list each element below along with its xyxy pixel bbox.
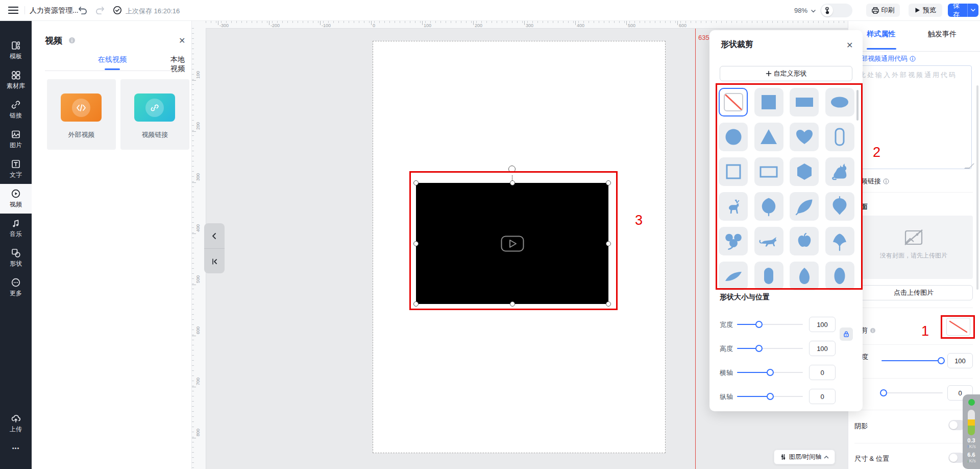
ruler-number: 700 [195,378,201,385]
annotation-box-3 [409,171,618,310]
close-icon[interactable]: ✕ [846,40,853,50]
panel-collapse-controls [204,223,225,273]
zoom-selector[interactable]: 98% [794,7,816,14]
main-sidebar: 模板素材库链接图片文字视频音乐形状更多上传••• [0,20,32,469]
video-link-card[interactable]: 视频链接 [120,79,189,150]
ruler-number: 400 [195,224,201,232]
upload-speed: 0.3 [963,437,980,443]
slider-knob[interactable] [755,321,763,328]
printer-icon [872,7,879,14]
style-properties-panel: 样式属性 触发事件 外部视频通用代码 此处输入外部视频通用代码 视频链接 封面 … [848,20,980,469]
sidebar-item-label: 更多 [10,289,22,298]
slider-value-input[interactable]: 0 [809,389,836,404]
net-speed-widget[interactable]: 0.3 ↑K/s 6.6 ↓K/s [963,394,980,469]
opacity-value[interactable]: 100 [947,353,973,368]
video-panel-title: 视频 [45,35,62,46]
ruler-major-tick [191,285,196,285]
collapse-to-edge-button[interactable] [204,248,225,273]
link-icon [11,100,21,110]
music-icon [11,218,21,228]
upload-cover-button[interactable]: 点击上传图片 [854,285,973,300]
second-slider-track[interactable] [881,392,943,393]
ruler-number: 0 [373,23,375,28]
document-title[interactable]: 人力资源管理... [30,6,70,15]
slider-knob[interactable] [767,369,774,376]
info-icon [870,327,876,334]
sidebar-item-label: 文字 [10,171,22,179]
sidebar-item-text[interactable]: 文字 [0,154,32,184]
slider-value-input[interactable]: 0 [809,365,836,380]
preview-button[interactable]: 预览 [909,4,942,17]
ruler-number: -200 [271,23,280,28]
external-video-card[interactable]: 外部视频 [47,79,116,150]
ruler-number: 200 [195,122,201,130]
opacity-slider-fill [881,360,943,361]
upload-unit: ↑K/s [963,444,980,449]
sidebar-item-label: 视频 [10,200,22,209]
sidebar-item-assets[interactable]: 素材库 [0,65,32,95]
custom-shape-button[interactable]: 自定义形状 [720,66,852,81]
active-tab-underline [105,68,120,70]
divider [854,344,973,345]
sidebar-item-upload[interactable]: 上传 [0,409,32,438]
annotation-label-2: 2 [873,145,880,160]
card-label: 外部视频 [47,130,116,139]
video-panel: 视频 ✕ 在线视频 本地视频 外部视频 视频链接 [32,20,192,469]
sidebar-item-label: 链接 [10,111,22,120]
sidebar-item-more[interactable]: 更多 [0,273,32,302]
preview-label: 预览 [923,6,936,15]
sidebar-item-shape[interactable]: 形状 [0,243,32,273]
download-speed: 6.6 [963,452,980,458]
ruler-major-tick [191,131,196,132]
slider-knob[interactable] [767,393,774,400]
second-slider-knob[interactable] [880,389,887,396]
redo-icon[interactable] [94,4,106,16]
top-bar: 人力资源管理... 上次保存 16:20:16 98% 印刷 预览 [0,0,980,21]
slider-label: 纵轴 [720,392,733,402]
horizontal-ruler: -300-200-1000100200300400500600 [206,20,848,29]
slider-value-input[interactable]: 100 [809,317,836,332]
annotation-box-1 [941,315,975,339]
size-position-label: 尺寸 & 位置 [854,454,889,463]
layers-timeline-button[interactable]: 图层/时间轴 [774,450,835,464]
hamburger-menu-icon[interactable] [7,4,19,16]
sidebar-item-video[interactable]: 视频 [0,184,32,214]
slider-fill [737,396,770,397]
lock-ratio-button[interactable] [840,327,853,341]
sidebar-item-image[interactable]: 图片 [0,125,32,154]
ruler-major-tick [575,20,576,25]
print-label: 印刷 [881,6,895,15]
video-icon [11,189,21,199]
collapse-panel-button[interactable] [204,223,225,248]
tab-trigger-events[interactable]: 触发事件 [928,30,957,39]
shape-icon [11,248,21,258]
divider [854,378,973,379]
ruler-major-tick [191,336,196,336]
undo-icon[interactable] [77,4,89,16]
slider-knob[interactable] [755,345,763,352]
panel-scrollbar[interactable] [976,85,978,290]
save-button[interactable]: 保存 [948,4,978,17]
ruler-number: 300 [195,173,201,181]
print-button[interactable]: 印刷 [866,4,900,17]
opacity-slider-knob[interactable] [938,357,945,364]
close-icon[interactable]: ✕ [179,36,185,45]
tab-online-video[interactable]: 在线视频 [98,55,127,64]
hand-tool-toggle[interactable] [820,4,852,17]
ruler-major-tick [677,20,678,25]
sidebar-overflow-button[interactable]: ••• [0,440,32,456]
divider [854,308,973,308]
sidebar-item-link[interactable]: 链接 [0,95,32,125]
external-video-code-textarea[interactable]: 此处输入外部视频通用代码 [854,65,972,169]
slider-value-input[interactable]: 100 [809,341,836,356]
save-dropdown-chevron[interactable] [967,4,978,17]
info-icon [883,178,889,184]
tab-style-properties[interactable]: 样式属性 [867,30,895,39]
sidebar-item-template[interactable]: 模板 [0,36,32,65]
upload-icon [11,413,21,424]
ruler-number: 300 [526,23,533,28]
ruler-major-tick [191,387,196,387]
cover-placeholder: 没有封面，请先上传图片 [854,216,973,279]
sidebar-item-music[interactable]: 音乐 [0,214,32,243]
ruler-number: 100 [195,71,201,79]
